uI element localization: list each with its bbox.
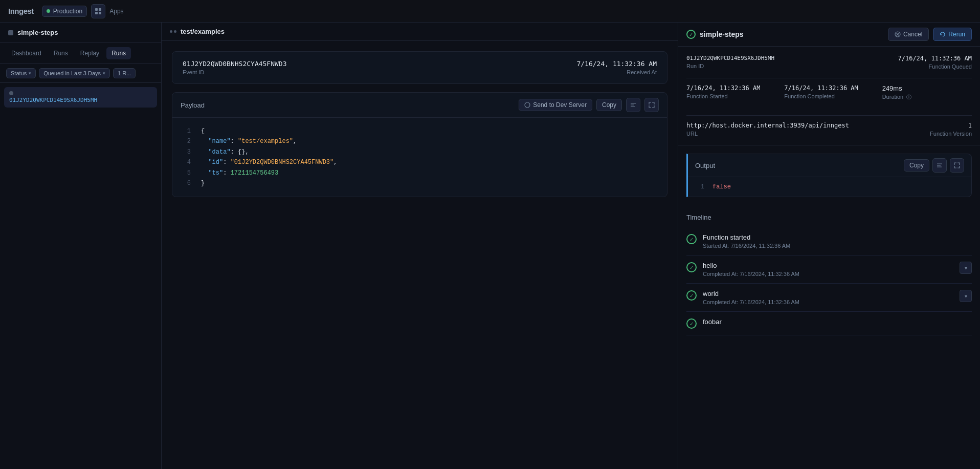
timeline-expand-button[interactable]: ▾ <box>960 262 972 274</box>
function-status-icon: ✓ <box>686 30 696 39</box>
run-status-dot <box>9 91 13 95</box>
svg-rect-1 <box>99 8 101 11</box>
sidebar: simple-steps Dashboard Runs Replay Runs … <box>0 23 162 469</box>
duration-label: Duration ⓘ <box>882 94 972 101</box>
sidebar-nav-runs2[interactable]: Runs <box>106 47 131 59</box>
filter-queued[interactable]: Queued in Last 3 Days ▾ <box>39 68 110 78</box>
timeline-content: foobar <box>703 318 972 327</box>
code-line-2: 2 "name": "test/examples", <box>183 136 657 146</box>
format-icon <box>630 102 636 108</box>
run-list: 01J2YD2QWKPCD14E9SX6JDH5MH <box>0 83 161 469</box>
sidebar-nav: Dashboard Runs Replay Runs <box>0 43 161 64</box>
nav-apps-icon[interactable] <box>91 4 105 18</box>
function-queued-label: Function Queued <box>882 63 972 70</box>
function-completed-value: 7/16/24, 11:32:36 AM <box>784 84 874 92</box>
chevron-down-icon: ▾ <box>103 71 105 76</box>
payload-expand-button[interactable] <box>644 98 659 112</box>
chevron-down-icon: ▾ <box>29 71 31 76</box>
duration-value: 249ms <box>882 84 972 92</box>
function-queued-value: 7/16/24, 11:32:36 AM <box>882 55 972 62</box>
timeline-status-icon: ✓ <box>686 234 697 244</box>
sidebar-nav-replay[interactable]: Replay <box>75 47 104 59</box>
timeline-content: hello Completed At: 7/16/2024, 11:32:36 … <box>703 262 953 277</box>
timeline-status-icon: ✓ <box>686 262 697 272</box>
timeline-expand-button[interactable]: ▾ <box>960 290 972 302</box>
run-details: 01J2YD2QWKPCD14E9SX6JDH5MH Run ID 7/16/2… <box>678 47 980 145</box>
received-at-label: Received At <box>576 69 657 75</box>
rerun-icon <box>940 31 946 37</box>
function-completed-label: Function Completed <box>784 93 874 99</box>
send-to-dev-server-button[interactable]: Send to Dev Server <box>519 99 592 111</box>
timeline-name: hello <box>703 262 953 269</box>
output-line-1: 1 false <box>696 183 963 190</box>
top-nav: Inngest Production Apps <box>0 0 980 23</box>
cancel-button[interactable]: Cancel <box>888 28 929 41</box>
svg-rect-3 <box>99 12 101 14</box>
output-format-button[interactable] <box>932 158 947 173</box>
output-value: false <box>712 183 731 190</box>
timeline-content: Function started Started At: 7/16/2024, … <box>703 233 972 249</box>
timeline-item-hello: ✓ hello Completed At: 7/16/2024, 11:32:3… <box>686 255 972 284</box>
url-label: URL <box>686 131 849 137</box>
url-value: http://host.docker.internal:3939/api/inn… <box>686 122 849 129</box>
received-at-pair: 7/16/24, 11:32:36 AM Received At <box>576 60 657 75</box>
output-code: 1 false <box>688 177 971 197</box>
apps-label: Apps <box>109 8 123 15</box>
breadcrumb: test/examples <box>181 28 225 35</box>
right-panel: ✓ simple-steps Cancel <box>678 23 980 469</box>
sidebar-filters: Status ▾ Queued in Last 3 Days ▾ 1 R... <box>0 64 161 83</box>
env-label: Production <box>53 8 82 15</box>
run-list-item[interactable]: 01J2YD2QWKPCD14E9SX6JDH5MH <box>4 87 157 108</box>
url-item: http://host.docker.internal:3939/api/inn… <box>686 122 849 137</box>
run-item-id: 01J2YD2QWKPCD14E9SX6JDH5MH <box>9 97 152 103</box>
timeline-item-function-started: ✓ Function started Started At: 7/16/2024… <box>686 227 972 255</box>
output-actions: Copy <box>904 158 964 173</box>
payload-title: Payload <box>181 101 205 109</box>
run-id-label: Run ID <box>686 63 776 69</box>
svg-rect-0 <box>95 8 98 11</box>
cancel-icon <box>895 31 901 37</box>
output-header: Output Copy <box>688 154 971 177</box>
right-title-row: ✓ simple-steps <box>686 30 744 39</box>
filter-count[interactable]: 1 R... <box>113 68 136 78</box>
function-version-item: 1 Function Version <box>857 122 972 137</box>
event-id-value: 01J2YD2QWD0BNHS2CYA45FNWD3 <box>183 60 287 68</box>
svg-point-4 <box>525 102 530 108</box>
function-version-label: Function Version <box>857 131 972 137</box>
output-expand-button[interactable] <box>950 158 964 173</box>
env-dot <box>47 9 50 13</box>
sidebar-nav-dashboard[interactable]: Dashboard <box>6 47 47 59</box>
timeline-time: Started At: 7/16/2024, 11:32:36 AM <box>703 243 972 249</box>
function-queued-item: 7/16/24, 11:32:36 AM Function Queued <box>882 55 972 70</box>
event-id-pair: 01J2YD2QWD0BNHS2CYA45FNWD3 Event ID <box>183 60 287 75</box>
main-layout: simple-steps Dashboard Runs Replay Runs … <box>0 23 980 469</box>
env-badge[interactable]: Production <box>42 6 87 17</box>
header-actions: Cancel Rerun <box>888 28 972 41</box>
server-icon <box>524 102 530 108</box>
code-line-4: 4 "id": "01J2YD2QWD0BNHS2CYA45FNWD3", <box>183 157 657 167</box>
function-version-value: 1 <box>857 122 972 129</box>
expand-icon <box>649 102 655 108</box>
sidebar-title: simple-steps <box>17 29 58 36</box>
output-copy-button[interactable]: Copy <box>904 159 929 172</box>
received-at-value: 7/16/24, 11:32:36 AM <box>576 60 657 68</box>
function-started-value: 7/16/24, 11:32:36 AM <box>686 84 776 92</box>
logo: Inngest <box>8 7 34 15</box>
timeline-status-icon: ✓ <box>686 290 697 301</box>
code-line-3: 3 "data": {}, <box>183 147 657 157</box>
header-dots <box>170 30 176 33</box>
sidebar-dot <box>8 30 13 35</box>
payload-header: Payload Send to Dev Server Copy <box>172 93 667 118</box>
timeline-name: world <box>703 290 953 297</box>
payload-format-button[interactable] <box>626 98 640 112</box>
sidebar-nav-runs[interactable]: Runs <box>49 47 73 59</box>
event-info-card: 01J2YD2QWD0BNHS2CYA45FNWD3 Event ID 7/16… <box>172 51 667 84</box>
filter-status[interactable]: Status ▾ <box>6 68 36 78</box>
run-details-grid-bottom: http://host.docker.internal:3939/api/inn… <box>686 122 972 137</box>
duration-info-icon: ⓘ <box>906 94 911 100</box>
timeline-status-icon: ✓ <box>686 318 697 329</box>
payload-copy-button[interactable]: Copy <box>596 99 622 111</box>
code-line-5: 5 "ts": 1721154756493 <box>183 168 657 178</box>
function-completed-item: 7/16/24, 11:32:36 AM Function Completed <box>784 84 874 101</box>
rerun-button[interactable]: Rerun <box>933 28 972 41</box>
